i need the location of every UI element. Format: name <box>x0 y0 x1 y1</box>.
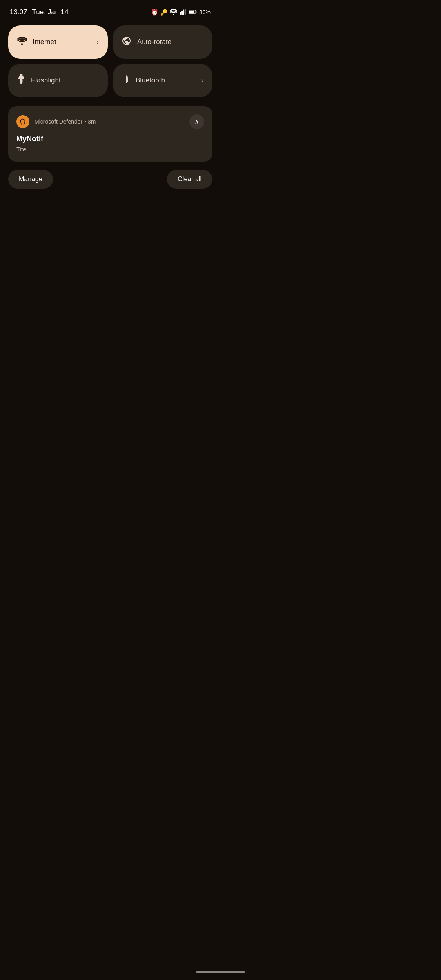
bluetooth-icon <box>122 74 130 87</box>
key-icon: 🔑 <box>160 9 167 16</box>
svg-rect-10 <box>20 79 23 83</box>
battery-icon <box>189 9 197 16</box>
flashlight-tile[interactable]: Flashlight <box>8 64 108 97</box>
svg-rect-6 <box>196 11 196 12</box>
status-left: 13:07 Tue, Jan 14 <box>10 8 69 16</box>
wifi-icon <box>17 37 27 47</box>
status-bar: 13:07 Tue, Jan 14 ⏰ 🔑 <box>0 0 220 21</box>
notification-expand-button[interactable]: ∧ <box>189 114 204 129</box>
svg-point-8 <box>21 43 23 45</box>
status-icons: ⏰ 🔑 <box>151 9 211 16</box>
microsoft-defender-icon <box>16 115 29 128</box>
svg-point-0 <box>173 13 174 14</box>
notification-header-left: Microsoft Defender • 3m <box>16 115 96 128</box>
quick-settings: Internet › Auto-rotate Flashlight <box>0 21 220 97</box>
svg-rect-1 <box>180 12 181 14</box>
bluetooth-tile[interactable]: Bluetooth › <box>113 64 212 97</box>
flashlight-icon <box>17 74 25 87</box>
notification-time: 3m <box>88 118 96 125</box>
svg-rect-11 <box>20 83 22 84</box>
internet-tile-label: Internet <box>33 38 91 46</box>
alarm-icon: ⏰ <box>151 9 158 16</box>
auto-rotate-tile[interactable]: Auto-rotate <box>113 25 212 59</box>
svg-rect-7 <box>189 10 194 13</box>
internet-tile[interactable]: Internet › <box>8 25 108 59</box>
svg-rect-4 <box>185 9 186 15</box>
bluetooth-tile-label: Bluetooth <box>136 76 196 85</box>
battery-text: 80% <box>199 9 211 16</box>
flashlight-tile-label: Flashlight <box>31 76 99 85</box>
notification-header: Microsoft Defender • 3m ∧ <box>16 114 204 129</box>
internet-tile-arrow: › <box>97 38 99 46</box>
auto-rotate-tile-label: Auto-rotate <box>137 38 203 46</box>
svg-rect-9 <box>20 74 23 76</box>
clear-all-button[interactable]: Clear all <box>167 170 212 189</box>
notification-time-separator: • <box>84 118 88 125</box>
auto-rotate-icon <box>122 36 131 48</box>
manage-button[interactable]: Manage <box>8 170 53 189</box>
notification-card[interactable]: Microsoft Defender • 3m ∧ MyNotif Titel <box>8 106 212 162</box>
notifications-area: Microsoft Defender • 3m ∧ MyNotif Titel <box>8 106 212 162</box>
signal-icon <box>180 9 186 16</box>
wifi-status-icon <box>170 9 177 16</box>
status-time: 13:07 <box>10 8 27 16</box>
notification-title: MyNotif <box>16 135 204 143</box>
notification-app-name: Microsoft Defender • 3m <box>34 118 96 125</box>
svg-rect-3 <box>183 9 184 14</box>
status-date: Tue, Jan 14 <box>32 8 69 16</box>
notification-subtitle: Titel <box>16 146 204 153</box>
action-buttons: Manage Clear all <box>0 162 220 189</box>
svg-rect-2 <box>181 11 183 14</box>
bluetooth-tile-arrow: › <box>201 77 203 84</box>
